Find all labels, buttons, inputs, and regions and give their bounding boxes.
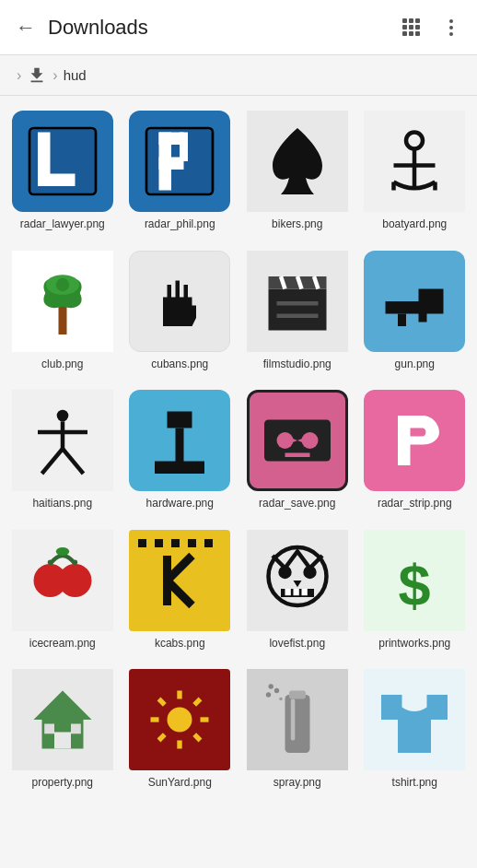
header-actions [392,9,470,46]
svg-rect-88 [44,724,54,734]
file-item[interactable]: club.png [4,243,122,383]
file-name: radar_phil.png [145,217,215,232]
breadcrumb: › › hud [0,55,477,96]
svg-rect-69 [204,539,213,547]
svg-rect-89 [71,724,81,734]
svg-text:$: $ [399,553,431,617]
file-thumbnail [373,120,456,203]
svg-rect-68 [196,539,204,547]
file-thumbnail [21,539,104,622]
breadcrumb-downloads[interactable] [27,65,47,86]
file-item[interactable]: $ printworks.png [356,522,474,663]
file-thumbnail [373,399,456,482]
file-name: spray.png [273,776,321,791]
file-name: radar_lawyer.png [20,217,105,232]
file-item[interactable]: tshirt.png [356,662,474,802]
svg-rect-43 [168,412,192,428]
svg-point-56 [58,564,91,597]
file-name: bikers.png [272,217,322,232]
file-item[interactable]: lovefist.png [238,522,356,663]
svg-rect-60 [138,539,221,622]
breadcrumb-sep-2: › [52,67,57,84]
file-item[interactable]: radar_phil.png [122,103,239,243]
svg-point-103 [266,693,271,698]
file-name: radar_save.png [259,497,335,511]
file-name: hardware.png [146,497,214,511]
file-thumbnail [21,260,104,343]
svg-rect-63 [155,539,163,547]
svg-rect-79 [285,589,290,595]
svg-rect-67 [188,539,196,547]
svg-rect-27 [268,288,326,330]
file-thumbnail [373,678,456,761]
file-thumbnail [256,120,339,203]
svg-point-58 [73,559,77,564]
file-thumbnail [138,260,221,343]
file-thumbnail [373,260,456,343]
file-name: filmstudio.png [263,358,332,372]
grid-view-button[interactable] [392,9,429,46]
more-options-button[interactable] [433,9,470,46]
svg-rect-80 [293,589,298,595]
file-name: icecream.png [29,637,96,651]
svg-rect-3 [38,174,76,187]
download-icon [27,65,47,86]
grid-icon [402,18,420,36]
file-item[interactable]: SunYard.png [122,662,239,802]
file-item[interactable]: icecream.png [4,522,122,663]
file-grid: radar_lawyer.png radar_phil.png [0,96,477,809]
file-item[interactable]: kcabs.png [122,522,239,663]
file-thumbnail [138,539,221,622]
file-name: boatyard.png [382,217,447,232]
file-item[interactable]: property.png [4,662,122,802]
svg-rect-61 [138,539,146,547]
file-name: cubans.png [151,358,208,372]
svg-point-104 [274,688,279,693]
file-name: tshirt.png [392,776,437,791]
svg-point-24 [56,277,69,290]
file-thumbnail [21,120,104,203]
svg-point-91 [168,708,192,733]
file-thumbnail: $ [373,539,456,622]
page-title: Downloads [48,16,392,40]
file-name: property.png [32,776,94,791]
breadcrumb-sep-1: › [17,67,21,84]
back-button[interactable]: ← [7,9,44,46]
file-item[interactable]: filmstudio.png [238,243,356,383]
file-item[interactable]: hardware.png [122,382,239,522]
svg-point-105 [268,685,273,689]
svg-rect-101 [285,695,309,753]
file-name: kcabs.png [155,637,205,651]
file-item[interactable]: radar_save.png [238,382,356,522]
svg-rect-70 [213,539,221,547]
svg-rect-32 [276,301,318,306]
file-item[interactable]: radar_lawyer.png [4,103,122,243]
file-name: lovefist.png [269,637,325,651]
file-item[interactable]: boatyard.png [356,103,474,243]
svg-point-37 [56,410,68,422]
svg-rect-33 [276,313,318,318]
file-thumbnail [21,399,104,482]
svg-rect-45 [155,462,204,475]
file-thumbnail [21,678,104,761]
svg-rect-50 [285,453,309,458]
svg-rect-81 [301,589,307,595]
file-item[interactable]: haitians.png [4,382,122,522]
svg-rect-64 [163,539,171,547]
svg-point-57 [48,559,52,564]
svg-rect-10 [159,158,184,170]
file-name: radar_strip.png [378,497,452,511]
svg-rect-102 [289,691,306,699]
file-item[interactable]: radar_strip.png [356,382,474,522]
breadcrumb-folder[interactable]: hud [64,67,87,83]
svg-rect-65 [171,539,180,547]
svg-rect-66 [180,539,188,547]
svg-point-59 [56,547,69,556]
file-item[interactable]: spray.png [238,662,356,802]
file-thumbnail [256,678,339,761]
file-item[interactable]: gun.png [356,243,474,383]
file-item[interactable]: bikers.png [238,103,356,243]
file-item[interactable]: cubans.png [122,243,239,383]
svg-point-106 [279,698,283,701]
more-icon [449,19,453,36]
